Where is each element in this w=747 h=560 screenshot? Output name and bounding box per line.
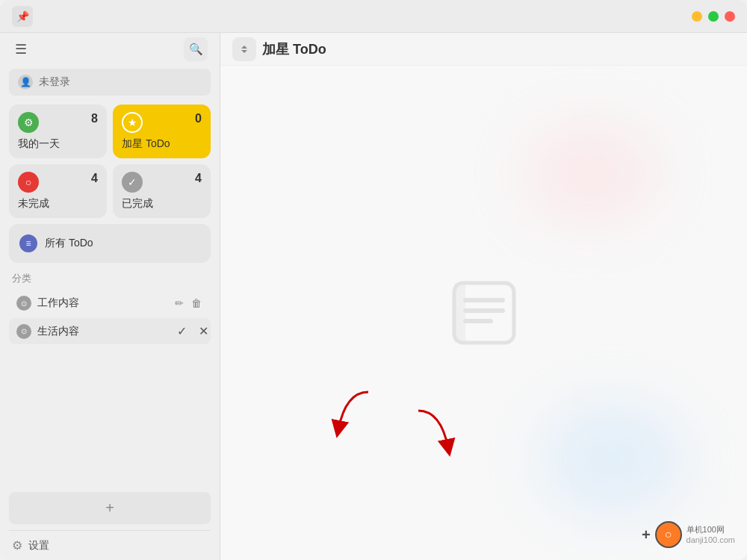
watermark: + ○ 单机100网 danji100.com (642, 521, 735, 548)
all-todo-item[interactable]: ≡ 所有 ToDo (9, 224, 211, 263)
cat-incomplete-label: 未完成 (18, 197, 98, 211)
watermark-plus: + (642, 526, 651, 544)
category-life-cancel-btn[interactable]: ✕ (196, 323, 211, 340)
avatar-icon: 👤 (18, 75, 33, 90)
content-header: 加星 ToDo (220, 33, 747, 66)
empty-state-svg (447, 276, 521, 350)
user-section: 👤 未登录 (0, 66, 220, 102)
empty-state (447, 276, 521, 350)
cat-completed-top: ✓ 4 (122, 172, 202, 193)
title-bar-controls: − □ × (692, 11, 735, 22)
category-life-edit: ⊙ ✓ ✕ (9, 318, 211, 344)
content-body (220, 66, 747, 560)
window-frame: 📌 − □ × ☰ 🔍 👤 未登录 (0, 0, 747, 560)
watermark-text-block: 单机100网 danji100.com (686, 525, 735, 544)
cat-my-day-top: ⚙ 8 (18, 112, 98, 133)
category-life-confirm-btn[interactable]: ✓ (174, 323, 190, 340)
category-work[interactable]: ⊙ 工作内容 ✏ 🗑 (9, 288, 211, 318)
category-work-edit-btn[interactable]: ✏ (173, 296, 185, 311)
search-icon: 🔍 (189, 43, 203, 56)
arrow1 (331, 385, 376, 444)
cat-starred-top: ★ 0 (122, 112, 202, 133)
cat-incomplete-count: 4 (91, 172, 98, 185)
watermark-circle: ○ (655, 521, 682, 548)
cat-completed-icon: ✓ (122, 172, 143, 193)
settings-item[interactable]: ⚙ 设置 (9, 530, 211, 560)
main-layout: ☰ 🔍 👤 未登录 ⚙ 8 (0, 33, 747, 560)
content-area: 加星 ToDo (220, 33, 747, 560)
cat-completed[interactable]: ✓ 4 已完成 (113, 164, 211, 218)
cat-my-day-count: 8 (91, 112, 98, 125)
category-work-actions: ✏ 🗑 (173, 296, 203, 311)
title-bar-left: 📌 (12, 6, 33, 27)
category-life-input[interactable] (37, 326, 168, 337)
svg-rect-2 (463, 308, 505, 313)
category-work-icon: ⊙ (16, 296, 31, 311)
add-icon: + (105, 500, 114, 517)
maximize-button[interactable]: □ (708, 11, 719, 22)
sidebar: ☰ 🔍 👤 未登录 ⚙ 8 (0, 33, 220, 560)
close-button[interactable]: × (725, 11, 735, 22)
category-list: ⊙ 工作内容 ✏ 🗑 ⊙ ✓ ✕ (0, 288, 220, 489)
settings-icon: ⚙ (12, 538, 22, 553)
user-login-button[interactable]: 👤 未登录 (9, 69, 211, 96)
content-title: 加星 ToDo (262, 40, 326, 58)
title-bar: 📌 − □ × (0, 0, 747, 33)
all-todo-icon: ≡ (19, 234, 37, 252)
cat-my-day-label: 我的一天 (18, 137, 98, 151)
blob-pink (523, 125, 657, 223)
minimize-button[interactable]: − (692, 11, 702, 22)
add-category-button[interactable]: + (9, 492, 211, 524)
cat-my-day-icon: ⚙ (18, 112, 39, 133)
cat-incomplete-top: ○ 4 (18, 172, 98, 193)
cat-completed-count: 4 (195, 172, 202, 185)
cat-starred[interactable]: ★ 0 加星 ToDo (113, 105, 211, 158)
cat-my-day[interactable]: ⚙ 8 我的一天 (9, 105, 107, 158)
cat-starred-icon: ★ (122, 112, 143, 133)
category-work-label: 工作内容 (37, 296, 167, 310)
hamburger-button[interactable]: ☰ (12, 38, 30, 60)
watermark-site-label: 单机100网 (686, 525, 735, 535)
pin-button[interactable]: 📌 (12, 6, 33, 27)
section-header: 分类 (0, 266, 220, 288)
settings-label: 设置 (28, 539, 49, 553)
cat-starred-count: 0 (195, 112, 202, 125)
sidebar-top-bar: ☰ 🔍 (0, 33, 220, 66)
svg-rect-4 (454, 283, 465, 343)
cat-starred-label: 加星 ToDo (122, 137, 202, 151)
watermark-domain: danji100.com (686, 535, 735, 544)
category-grid: ⚙ 8 我的一天 ★ 0 加星 ToDo ○ 4 (0, 102, 220, 224)
search-button[interactable]: 🔍 (184, 37, 208, 61)
svg-rect-1 (463, 298, 505, 302)
svg-rect-3 (463, 319, 493, 323)
category-life-icon: ⊙ (16, 324, 31, 339)
cat-completed-label: 已完成 (122, 197, 202, 211)
hamburger-icon: ☰ (15, 42, 27, 57)
user-login-label: 未登录 (39, 75, 70, 89)
nav-arrows-button[interactable] (232, 37, 256, 61)
all-todo-label: 所有 ToDo (45, 237, 93, 250)
blob-blue (538, 403, 687, 515)
category-work-delete-btn[interactable]: 🗑 (190, 296, 203, 311)
cat-incomplete[interactable]: ○ 4 未完成 (9, 164, 107, 218)
cat-incomplete-icon: ○ (18, 172, 39, 193)
arrow2 (411, 403, 456, 463)
